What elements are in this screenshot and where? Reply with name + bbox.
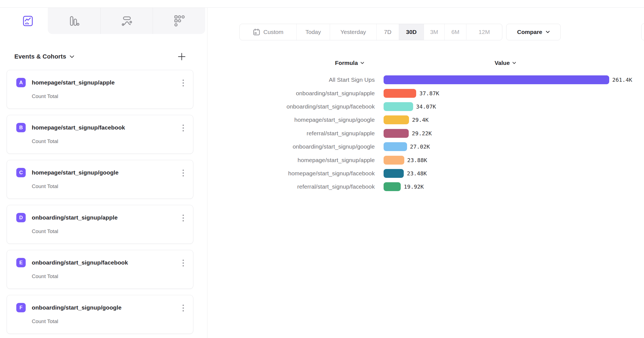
date-range-option[interactable]: 30D — [399, 24, 424, 40]
calendar-icon — [253, 28, 260, 36]
chevron-down-icon[interactable] — [70, 55, 74, 58]
date-range-option[interactable]: 3M — [424, 24, 444, 40]
chart-row-label: referral/start_signup/facebook — [253, 183, 375, 190]
date-range-label: Today — [305, 29, 321, 35]
chart-row-label: referral/start_signup/apple — [253, 130, 375, 137]
event-metric[interactable]: Count Total — [32, 183, 184, 189]
sidebar-divider — [207, 8, 207, 338]
chart-bar[interactable] — [384, 182, 401, 191]
event-card[interactable]: B homepage/start_signup/facebook Count T… — [7, 115, 193, 154]
chart-row-label: homepage/start_signup/facebook — [253, 170, 375, 177]
event-metric[interactable]: Count Total — [32, 93, 184, 99]
formula-header-label: Formula — [335, 60, 358, 66]
chart-bar[interactable] — [384, 156, 404, 165]
compare-label: Compare — [517, 29, 542, 35]
value-column-header[interactable]: Value — [495, 60, 516, 66]
event-metric[interactable]: Count Total — [32, 228, 184, 234]
chart-row: onboarding/start_signup/facebook 34.07K — [253, 100, 644, 113]
tab-bar-chart[interactable] — [48, 8, 100, 34]
date-range-label: 30D — [406, 29, 417, 35]
event-letter-badge: D — [16, 213, 26, 222]
event-card[interactable]: E onboarding/start_signup/facebook Count… — [7, 250, 193, 289]
event-letter-badge: B — [16, 123, 26, 132]
chart-bar[interactable] — [384, 142, 407, 151]
date-range-label: Yesterday — [341, 29, 366, 35]
date-range-option[interactable]: Today — [296, 24, 330, 40]
retention-grid-icon — [173, 15, 185, 27]
kebab-menu-icon[interactable] — [180, 258, 186, 268]
chart-bar[interactable] — [384, 102, 413, 111]
chart-row: referral/start_signup/facebook 19.92K — [253, 180, 644, 193]
bar-chart: All Start Sign Ups 261.4K onboarding/sta… — [253, 73, 644, 194]
event-letter-badge: A — [16, 78, 26, 87]
date-range-option[interactable]: Yesterday — [330, 24, 376, 40]
date-range-label: 12M — [479, 29, 490, 35]
date-range-label: 3M — [430, 29, 438, 35]
events-cohorts-title: Events & Cohorts — [14, 53, 66, 60]
chart-row-label: onboarding/start_signup/google — [253, 143, 375, 150]
event-name: homepage/start_signup/apple — [32, 79, 115, 86]
chart-value: 27.02K — [410, 143, 430, 150]
chart-type-tabbar — [8, 8, 205, 34]
insights-line-chart-icon — [23, 15, 34, 27]
chart-value: 23.88K — [407, 157, 427, 163]
event-letter-badge: C — [16, 168, 26, 177]
formula-column-header[interactable]: Formula — [335, 60, 364, 66]
chart-row: All Start Sign Ups 261.4K — [253, 73, 644, 86]
chart-value: 261.4K — [612, 76, 632, 83]
chart-bar[interactable] — [384, 89, 416, 98]
chart-row-label: All Start Sign Ups — [253, 76, 375, 83]
event-card[interactable]: F onboarding/start_signup/google Count T… — [7, 295, 193, 334]
tab-flows[interactable] — [100, 8, 153, 34]
chart-bar[interactable] — [384, 75, 609, 84]
date-range-option[interactable]: 6M — [444, 24, 466, 40]
kebab-menu-icon[interactable] — [180, 213, 186, 223]
tab-retention[interactable] — [153, 8, 205, 34]
kebab-menu-icon[interactable] — [180, 123, 186, 133]
chart-row-label: homepage/start_signup/apple — [253, 157, 375, 163]
kebab-menu-icon[interactable] — [180, 78, 186, 88]
chart-row: onboarding/start_signup/google 27.02K — [253, 140, 644, 153]
chart-row-label: onboarding/start_signup/apple — [253, 90, 375, 97]
chart-row: referral/start_signup/apple 29.22K — [253, 127, 644, 140]
event-metric[interactable]: Count Total — [32, 138, 184, 144]
chevron-down-icon — [512, 62, 516, 64]
event-card[interactable]: D onboarding/start_signup/apple Count To… — [7, 205, 193, 244]
plus-icon — [178, 52, 186, 61]
event-metric[interactable]: Count Total — [32, 318, 184, 324]
event-card[interactable]: C homepage/start_signup/google Count Tot… — [7, 160, 193, 199]
chevron-down-icon — [546, 31, 550, 33]
chart-bar[interactable] — [384, 115, 409, 124]
tab-insights-line[interactable] — [8, 8, 48, 34]
event-letter-badge: F — [16, 303, 26, 312]
flows-icon — [121, 15, 132, 27]
chart-value: 29.22K — [412, 130, 432, 137]
add-event-button[interactable] — [176, 51, 187, 62]
event-name: onboarding/start_signup/facebook — [32, 259, 128, 266]
bar-chart-icon — [68, 15, 80, 27]
date-range-label: 6M — [451, 29, 459, 35]
chart-row: homepage/start_signup/apple 23.88K — [253, 153, 644, 167]
event-metric[interactable]: Count Total — [32, 273, 184, 279]
chart-bar[interactable] — [384, 169, 404, 178]
app-window: Events & Cohorts A homepage/start_signup… — [0, 0, 644, 338]
date-range-option[interactable]: Custom — [240, 24, 296, 40]
date-range-option[interactable]: 7D — [376, 24, 399, 40]
chart-value: 34.07K — [416, 103, 436, 110]
chart-bar[interactable] — [384, 129, 409, 138]
event-name: onboarding/start_signup/apple — [32, 214, 118, 221]
event-name: homepage/start_signup/google — [32, 169, 118, 176]
chart-row: onboarding/start_signup/apple 37.87K — [253, 86, 644, 100]
event-card[interactable]: A homepage/start_signup/apple Count Tota… — [7, 70, 193, 109]
chart-value: 37.87K — [419, 90, 439, 97]
chart-row: homepage/start_signup/facebook 23.48K — [253, 167, 644, 180]
kebab-menu-icon[interactable] — [180, 168, 186, 178]
date-range-option[interactable]: 12M — [466, 24, 502, 40]
chevron-down-icon — [360, 62, 364, 64]
cutoff-edge-button[interactable] — [641, 23, 644, 40]
kebab-menu-icon[interactable] — [180, 303, 186, 313]
chart-value: 29.4K — [412, 117, 429, 123]
compare-button[interactable]: Compare — [506, 24, 561, 40]
event-name: homepage/start_signup/facebook — [32, 124, 125, 131]
chart-value: 19.92K — [404, 183, 424, 190]
